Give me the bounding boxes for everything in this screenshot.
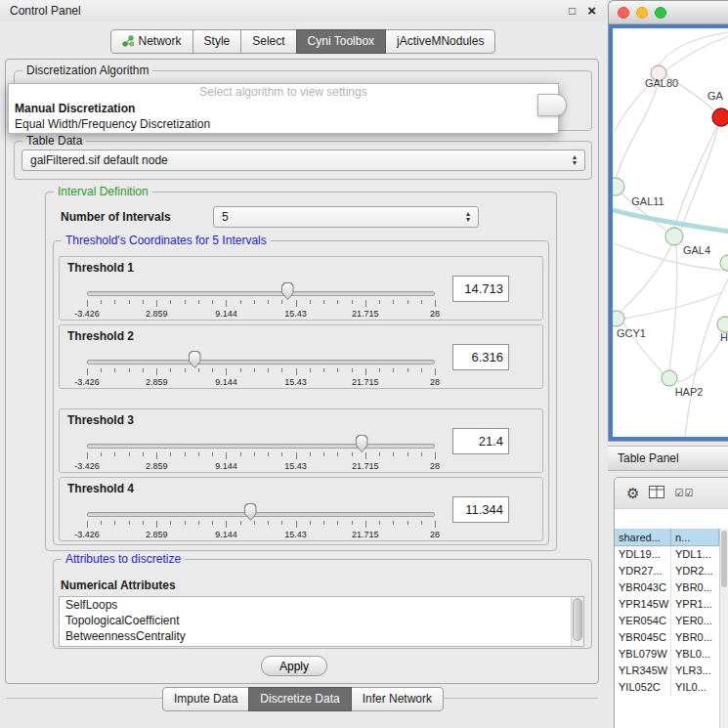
threshold-value-field[interactable]: 6.316 xyxy=(452,344,509,370)
network-edge[interactable] xyxy=(624,292,722,319)
network-icon xyxy=(122,35,134,47)
numerical-attributes-list[interactable]: SelfLoopsTopologicalCoefficientBetweenne… xyxy=(59,596,584,647)
network-node[interactable] xyxy=(662,370,677,386)
network-window: GAL80GAGAL11GAL4GCY1HAP2H xyxy=(608,0,728,442)
network-edge[interactable] xyxy=(681,126,718,230)
table-row[interactable]: YBR045CYBR0... xyxy=(615,629,719,646)
slider-scale-label: 2.859 xyxy=(146,530,168,539)
tick-mark xyxy=(352,521,353,525)
tick-mark xyxy=(143,368,144,372)
network-node[interactable] xyxy=(717,317,728,332)
threshold-slider[interactable]: -3.4262.8599.14415.4321.71528 xyxy=(87,349,435,388)
tick-mark xyxy=(143,521,144,525)
tab-jactivemnodules[interactable]: jActiveMNodules xyxy=(385,29,495,54)
float-window-icon[interactable]: □ xyxy=(569,4,576,18)
threshold-slider[interactable]: -3.4262.8599.14415.4321.71528 xyxy=(87,433,435,472)
table-row[interactable]: YBL079WYBL0... xyxy=(615,646,719,663)
threshold-slider[interactable]: -3.4262.8599.14415.4321.71528 xyxy=(87,501,435,540)
network-node[interactable] xyxy=(613,311,624,326)
slider-handle[interactable] xyxy=(356,435,368,452)
apply-button[interactable]: Apply xyxy=(261,656,327,676)
slider-handle[interactable] xyxy=(244,503,257,521)
network-view[interactable]: GAL80GAGAL11GAL4GCY1HAP2H xyxy=(613,28,728,437)
network-edge[interactable] xyxy=(617,81,659,177)
columns-icon[interactable] xyxy=(649,486,664,501)
tick-mark xyxy=(268,521,269,525)
close-traffic-light-icon[interactable] xyxy=(618,7,629,19)
table-data-combobox[interactable]: galFiltered.sif default node ▴▾ xyxy=(21,150,585,171)
minimize-traffic-light-icon[interactable] xyxy=(636,7,648,19)
table-row[interactable]: YBR043CYBR0... xyxy=(615,579,719,596)
tick-mark xyxy=(198,452,199,456)
control-panel: Control Panel □ × NetworkStyleSelectCyni… xyxy=(0,0,606,728)
network-edge[interactable] xyxy=(677,332,725,382)
checkbox-icons[interactable]: ☑☑ xyxy=(674,488,694,498)
control-panel-titlebar: Control Panel □ × xyxy=(0,0,606,21)
gear-icon[interactable]: ⚙ xyxy=(626,486,639,500)
zoom-traffic-light-icon[interactable] xyxy=(655,7,666,19)
threshold-value-field[interactable]: 21.4 xyxy=(452,428,509,454)
network-edge[interactable] xyxy=(659,32,728,65)
attribute-item[interactable]: TopologicalCoefficient xyxy=(60,613,583,628)
scrollbar-thumb[interactable] xyxy=(721,531,727,587)
table-row[interactable]: YPR145WYPR1... xyxy=(615,596,719,613)
tick-mark xyxy=(296,521,297,528)
threshold-label: Threshold 2 xyxy=(67,329,134,343)
network-edge[interactable] xyxy=(615,243,728,271)
tab-infer-network[interactable]: Infer Network xyxy=(351,687,444,711)
table-cell: YDL19... xyxy=(615,546,671,563)
tick-mark xyxy=(281,521,282,525)
tab-cyni-toolbox[interactable]: Cyni Toolbox xyxy=(296,29,386,54)
close-icon[interactable]: × xyxy=(587,5,596,17)
tick-mark xyxy=(212,452,213,456)
table-cell: YBR0... xyxy=(671,579,719,596)
node-label: GCY1 xyxy=(617,327,646,339)
table-scrollbar[interactable] xyxy=(719,529,728,728)
network-edge[interactable] xyxy=(674,124,718,228)
network-node[interactable] xyxy=(613,178,624,195)
tick-mark xyxy=(185,300,186,304)
slider-track xyxy=(87,512,435,517)
attribute-item[interactable]: SelfLoops xyxy=(60,597,583,613)
tick-mark xyxy=(114,368,115,372)
slider-scale-label: 21.715 xyxy=(352,309,379,319)
slider-scale-label: 28 xyxy=(430,530,440,539)
tick-mark xyxy=(310,521,311,525)
tick-mark xyxy=(407,300,408,304)
threshold-value-field[interactable]: 11.344 xyxy=(452,496,509,523)
network-node[interactable] xyxy=(720,255,728,271)
attributes-scrollbar[interactable] xyxy=(571,597,583,646)
node-label: HAP2 xyxy=(675,386,704,398)
threshold-slider[interactable]: -3.4262.8599.14415.4321.71528 xyxy=(87,280,435,320)
slider-handle[interactable] xyxy=(281,282,294,300)
table-cell: YBL0... xyxy=(671,646,719,663)
table-row[interactable]: YDL19...YDL1... xyxy=(615,546,719,563)
slider-handle[interactable] xyxy=(189,351,201,368)
network-node[interactable] xyxy=(712,108,728,126)
table-row[interactable]: YLR345WYLR3... xyxy=(615,663,719,679)
algorithm-combobox[interactable] xyxy=(537,94,567,116)
network-node[interactable] xyxy=(665,228,683,245)
attribute-item[interactable]: BetweennessCentrality xyxy=(60,628,583,644)
interval-count-spinner[interactable]: 5 ▴▾ xyxy=(213,206,479,228)
table-row[interactable]: YIL052CYIL0... xyxy=(615,679,719,696)
threshold-value-field[interactable]: 14.713 xyxy=(452,276,509,302)
tab-discretize-data[interactable]: Discretize Data xyxy=(248,687,351,711)
tick-mark xyxy=(226,300,227,307)
column-header-shared-name[interactable]: shared... xyxy=(615,529,671,546)
dropdown-option-equal-width-frequency[interactable]: Equal Width/Frequency Discretization xyxy=(9,116,558,132)
spinner-arrows-icon[interactable]: ▴▾ xyxy=(466,211,470,223)
column-header-name[interactable]: n... xyxy=(671,529,719,546)
slider-ticks xyxy=(87,368,435,376)
tab-select[interactable]: Select xyxy=(240,29,296,54)
tab-network[interactable]: Network xyxy=(110,29,193,54)
slider-scale-label: 9.144 xyxy=(215,309,237,319)
network-edge[interactable] xyxy=(685,278,728,437)
table-row[interactable]: YER054CYER0... xyxy=(615,613,719,629)
table-row[interactable]: YDR27...YDR2... xyxy=(615,563,719,579)
tab-style[interactable]: Style xyxy=(193,29,242,54)
scrollbar-thumb[interactable] xyxy=(573,598,582,641)
tab-impute-data[interactable]: Impute Data xyxy=(162,687,249,711)
dropdown-option-manual-discretization[interactable]: Manual Discretization xyxy=(9,101,558,116)
table-panel-header[interactable]: Table Panel xyxy=(608,446,728,471)
